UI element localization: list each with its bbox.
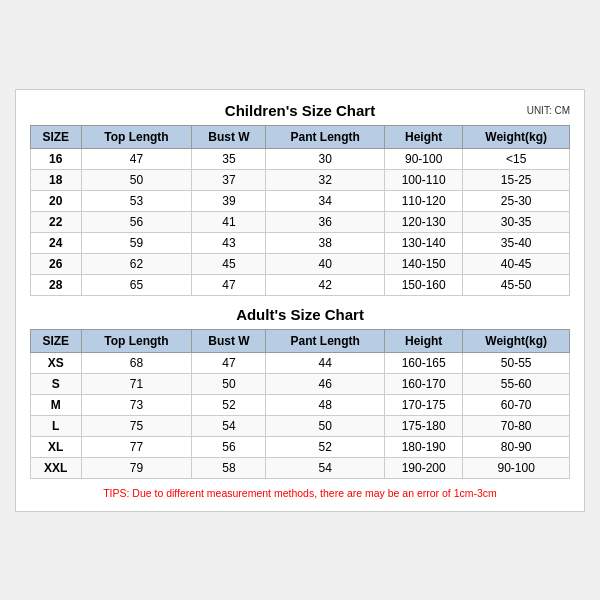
children-chart-title: Children's Size Chart — [225, 102, 375, 119]
tips-text: TIPS: Due to different measurement metho… — [30, 487, 570, 499]
table-cell: 22 — [31, 211, 82, 232]
table-cell: 110-120 — [385, 190, 463, 211]
table-row: 1647353090-100<15 — [31, 148, 570, 169]
table-row: 18503732100-11015-25 — [31, 169, 570, 190]
table-cell: 75 — [81, 415, 192, 436]
table-cell: 120-130 — [385, 211, 463, 232]
table-cell: 16 — [31, 148, 82, 169]
table-cell: 20 — [31, 190, 82, 211]
children-col-top-length: Top Length — [81, 125, 192, 148]
table-cell: 40 — [266, 253, 385, 274]
table-cell: 90-100 — [463, 457, 570, 478]
table-row: 26624540140-15040-45 — [31, 253, 570, 274]
adults-size-table: SIZE Top Length Bust W Pant Length Heigh… — [30, 329, 570, 479]
table-cell: 62 — [81, 253, 192, 274]
adults-col-size: SIZE — [31, 329, 82, 352]
table-cell: 65 — [81, 274, 192, 295]
table-cell: 47 — [192, 274, 266, 295]
table-cell: 54 — [192, 415, 266, 436]
table-cell: 47 — [192, 352, 266, 373]
table-cell: S — [31, 373, 82, 394]
table-cell: 43 — [192, 232, 266, 253]
table-cell: 53 — [81, 190, 192, 211]
table-cell: 160-170 — [385, 373, 463, 394]
table-cell: 170-175 — [385, 394, 463, 415]
children-col-size: SIZE — [31, 125, 82, 148]
table-cell: 45-50 — [463, 274, 570, 295]
table-cell: 30-35 — [463, 211, 570, 232]
table-cell: 80-90 — [463, 436, 570, 457]
table-cell: 59 — [81, 232, 192, 253]
table-cell: XL — [31, 436, 82, 457]
table-cell: 28 — [31, 274, 82, 295]
table-cell: 47 — [81, 148, 192, 169]
table-row: 22564136120-13030-35 — [31, 211, 570, 232]
table-cell: 90-100 — [385, 148, 463, 169]
adults-col-bust-w: Bust W — [192, 329, 266, 352]
children-col-weight: Weight(kg) — [463, 125, 570, 148]
children-size-table: SIZE Top Length Bust W Pant Length Heigh… — [30, 125, 570, 296]
unit-label: UNIT: CM — [527, 105, 570, 116]
adults-table-body: XS684744160-16550-55S715046160-17055-60M… — [31, 352, 570, 478]
table-cell: 39 — [192, 190, 266, 211]
table-cell: 190-200 — [385, 457, 463, 478]
table-cell: 100-110 — [385, 169, 463, 190]
table-cell: 68 — [81, 352, 192, 373]
children-col-pant-length: Pant Length — [266, 125, 385, 148]
table-cell: 52 — [192, 394, 266, 415]
table-cell: 175-180 — [385, 415, 463, 436]
table-cell: 36 — [266, 211, 385, 232]
children-col-bust-w: Bust W — [192, 125, 266, 148]
table-row: 20533934110-12025-30 — [31, 190, 570, 211]
table-cell: XXL — [31, 457, 82, 478]
adults-col-weight: Weight(kg) — [463, 329, 570, 352]
table-cell: 58 — [192, 457, 266, 478]
table-row: 24594338130-14035-40 — [31, 232, 570, 253]
table-cell: 50 — [266, 415, 385, 436]
table-cell: 42 — [266, 274, 385, 295]
table-cell: 180-190 — [385, 436, 463, 457]
adults-chart-title: Adult's Size Chart — [236, 306, 364, 323]
adults-title-row: Adult's Size Chart — [30, 306, 570, 323]
table-cell: 26 — [31, 253, 82, 274]
table-cell: L — [31, 415, 82, 436]
table-cell: 45 — [192, 253, 266, 274]
table-cell: 40-45 — [463, 253, 570, 274]
table-row: S715046160-17055-60 — [31, 373, 570, 394]
table-cell: 46 — [266, 373, 385, 394]
table-cell: 48 — [266, 394, 385, 415]
table-cell: 35 — [192, 148, 266, 169]
table-cell: XS — [31, 352, 82, 373]
table-cell: 32 — [266, 169, 385, 190]
children-title-row: Children's Size Chart UNIT: CM — [30, 102, 570, 119]
table-cell: 44 — [266, 352, 385, 373]
children-header-row: SIZE Top Length Bust W Pant Length Heigh… — [31, 125, 570, 148]
table-cell: 77 — [81, 436, 192, 457]
table-cell: 37 — [192, 169, 266, 190]
adults-col-height: Height — [385, 329, 463, 352]
table-cell: 50 — [192, 373, 266, 394]
table-row: M735248170-17560-70 — [31, 394, 570, 415]
table-cell: 50-55 — [463, 352, 570, 373]
table-cell: 52 — [266, 436, 385, 457]
table-cell: 15-25 — [463, 169, 570, 190]
table-cell: 130-140 — [385, 232, 463, 253]
table-cell: 73 — [81, 394, 192, 415]
table-row: XL775652180-19080-90 — [31, 436, 570, 457]
table-cell: 71 — [81, 373, 192, 394]
table-row: 28654742150-16045-50 — [31, 274, 570, 295]
table-cell: 60-70 — [463, 394, 570, 415]
table-cell: 38 — [266, 232, 385, 253]
adults-col-top-length: Top Length — [81, 329, 192, 352]
table-cell: 30 — [266, 148, 385, 169]
table-cell: 54 — [266, 457, 385, 478]
table-cell: 160-165 — [385, 352, 463, 373]
table-cell: <15 — [463, 148, 570, 169]
children-col-height: Height — [385, 125, 463, 148]
table-cell: 34 — [266, 190, 385, 211]
adults-header-row: SIZE Top Length Bust W Pant Length Heigh… — [31, 329, 570, 352]
table-row: XXL795854190-20090-100 — [31, 457, 570, 478]
table-cell: 56 — [81, 211, 192, 232]
table-cell: 41 — [192, 211, 266, 232]
table-cell: 140-150 — [385, 253, 463, 274]
